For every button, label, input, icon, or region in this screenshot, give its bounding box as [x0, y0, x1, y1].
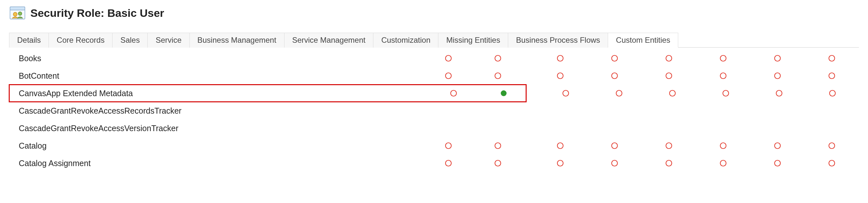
svg-point-14 [557, 73, 563, 79]
table-row: CascadeGrantRevokeAccessVersionTracker [9, 119, 859, 137]
tab-label: Sales [120, 36, 140, 45]
tab-service[interactable]: Service [148, 33, 189, 48]
tab-missing-entities[interactable]: Missing Entities [438, 33, 508, 48]
privilege-none-icon[interactable] [557, 55, 564, 62]
svg-point-26 [776, 90, 782, 96]
privilege-cell [750, 142, 805, 149]
privilege-full-icon[interactable] [500, 90, 507, 97]
tabs: DetailsCore RecordsSalesServiceBusiness … [9, 32, 859, 48]
privilege-none-icon[interactable] [828, 55, 835, 62]
privilege-cell [642, 160, 696, 167]
privilege-none-icon[interactable] [774, 72, 781, 79]
svg-point-39 [612, 160, 617, 166]
page-title: Security Role: Basic User [30, 7, 164, 20]
privilege-none-icon[interactable] [720, 142, 727, 149]
svg-point-33 [720, 143, 726, 149]
privilege-cell [805, 160, 859, 167]
privilege-none-icon[interactable] [450, 90, 457, 97]
svg-point-7 [612, 55, 617, 61]
svg-point-24 [670, 90, 675, 96]
privilege-none-icon[interactable] [774, 142, 781, 149]
entity-label: Books [9, 54, 421, 63]
svg-point-8 [666, 55, 672, 61]
privilege-none-icon[interactable] [720, 55, 727, 62]
privilege-none-icon[interactable] [611, 142, 618, 149]
privilege-cell [475, 55, 520, 62]
privilege-none-icon[interactable] [720, 160, 727, 167]
privilege-none-icon[interactable] [494, 142, 501, 149]
privilege-cell [533, 160, 587, 167]
privilege-none-icon[interactable] [828, 160, 835, 167]
svg-point-3 [19, 12, 22, 16]
content: DetailsCore RecordsSalesServiceBusiness … [0, 32, 868, 172]
privilege-none-icon[interactable] [557, 160, 564, 167]
privilege-none-icon[interactable] [611, 55, 618, 62]
privilege-none-icon[interactable] [611, 160, 618, 167]
svg-point-5 [495, 55, 501, 61]
privilege-cell [475, 160, 520, 167]
svg-point-12 [445, 73, 451, 79]
tab-sales[interactable]: Sales [113, 33, 148, 48]
tab-business-management[interactable]: Business Management [190, 33, 284, 48]
privilege-none-icon[interactable] [494, 72, 501, 79]
svg-point-27 [830, 90, 835, 96]
table-row: Catalog [9, 137, 859, 154]
tab-details[interactable]: Details [9, 33, 49, 48]
privilege-none-icon[interactable] [494, 160, 501, 167]
svg-point-23 [616, 90, 622, 96]
security-role-icon [10, 6, 25, 20]
privilege-none-icon[interactable] [829, 90, 836, 97]
entity-grid: BooksBotContentCanvasApp Extended Metada… [9, 48, 859, 172]
tab-label: Business Management [197, 36, 276, 45]
table-row: Books [9, 50, 859, 67]
svg-point-38 [557, 160, 563, 166]
privilege-none-icon[interactable] [445, 142, 452, 149]
entity-label: Catalog Assignment [9, 158, 421, 168]
tab-label: Custom Entities [616, 36, 670, 45]
tab-service-management[interactable]: Service Management [284, 33, 374, 48]
privilege-none-icon[interactable] [720, 72, 727, 79]
tab-label: Business Process Flows [516, 36, 600, 45]
privilege-none-icon[interactable] [776, 90, 783, 97]
svg-point-31 [612, 143, 617, 149]
entity-label: CascadeGrantRevokeAccessRecordsTracker [9, 106, 421, 116]
privilege-none-icon[interactable] [665, 55, 673, 62]
tab-custom-entities[interactable]: Custom Entities [608, 33, 678, 48]
svg-point-32 [666, 143, 672, 149]
privilege-cell [752, 90, 806, 97]
privilege-none-icon[interactable] [445, 72, 452, 79]
privilege-cell [587, 160, 642, 167]
privilege-cell [642, 72, 696, 79]
privilege-none-icon[interactable] [616, 90, 623, 97]
privilege-none-icon[interactable] [557, 142, 564, 149]
privilege-none-icon[interactable] [494, 55, 501, 62]
privilege-cell [475, 142, 520, 149]
svg-point-43 [829, 160, 835, 166]
tab-core-records[interactable]: Core Records [49, 33, 113, 48]
privilege-none-icon[interactable] [774, 160, 781, 167]
privilege-none-icon[interactable] [828, 72, 835, 79]
privilege-none-icon[interactable] [665, 142, 673, 149]
privilege-none-icon[interactable] [562, 90, 569, 97]
svg-point-34 [775, 143, 780, 149]
tab-business-process-flows[interactable]: Business Process Flows [508, 33, 608, 48]
tab-customization[interactable]: Customization [373, 33, 438, 48]
privilege-none-icon[interactable] [445, 55, 452, 62]
privilege-none-icon[interactable] [445, 160, 452, 167]
entity-label: CanvasApp Extended Metadata [9, 89, 426, 98]
privilege-none-icon[interactable] [774, 55, 781, 62]
privilege-none-icon[interactable] [665, 160, 673, 167]
privilege-none-icon[interactable] [665, 72, 673, 79]
privilege-none-icon[interactable] [557, 72, 564, 79]
tab-label: Core Records [57, 36, 104, 45]
svg-point-42 [775, 160, 780, 166]
svg-point-21 [501, 90, 506, 96]
privilege-none-icon[interactable] [722, 90, 729, 97]
svg-point-17 [720, 73, 726, 79]
privilege-none-icon[interactable] [669, 90, 676, 97]
privilege-none-icon[interactable] [828, 142, 835, 149]
svg-point-40 [666, 160, 672, 166]
privilege-cell [421, 55, 475, 62]
privilege-none-icon[interactable] [611, 72, 618, 79]
tab-label: Customization [381, 36, 430, 45]
